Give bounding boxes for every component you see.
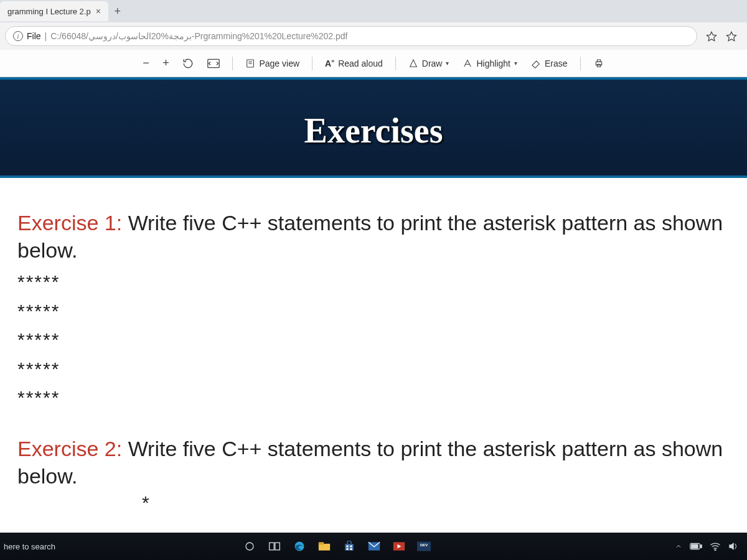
svg-rect-20 bbox=[350, 548, 352, 550]
volume-icon[interactable] bbox=[728, 542, 738, 551]
battery-icon[interactable] bbox=[690, 543, 702, 550]
separator bbox=[312, 57, 312, 70]
exercise-label: Exercise 1: bbox=[17, 211, 122, 235]
taskbar-apps: DEV bbox=[238, 536, 435, 556]
fit-page-button[interactable] bbox=[204, 56, 223, 71]
info-icon[interactable]: i bbox=[13, 31, 23, 41]
media-icon[interactable] bbox=[388, 536, 410, 556]
banner-title: Exercises bbox=[0, 111, 747, 151]
pattern-row: ***** bbox=[17, 355, 730, 384]
exercise-prompt: Write five C++ statements to print the a… bbox=[17, 211, 723, 262]
separator bbox=[232, 57, 233, 70]
system-tray bbox=[675, 542, 747, 551]
pattern-row: ***** bbox=[17, 383, 730, 413]
svg-rect-28 bbox=[691, 544, 698, 548]
svg-rect-18 bbox=[350, 546, 352, 548]
svg-rect-16 bbox=[345, 544, 354, 551]
task-view-icon[interactable] bbox=[263, 536, 286, 556]
dev-icon[interactable]: DEV bbox=[413, 536, 435, 556]
print-button[interactable] bbox=[590, 56, 608, 71]
svg-point-10 bbox=[246, 543, 253, 550]
draw-button[interactable]: Draw ▾ bbox=[405, 56, 453, 71]
svg-rect-15 bbox=[319, 542, 324, 544]
windows-taskbar: here to search DEV bbox=[0, 533, 747, 560]
svg-marker-30 bbox=[729, 543, 733, 550]
browser-tab[interactable]: gramming I Lecture 2.p × bbox=[0, 1, 108, 21]
file-explorer-icon[interactable] bbox=[313, 536, 336, 556]
document-viewport[interactable]: Exercises Exercise 1: Write five C++ sta… bbox=[0, 77, 747, 533]
pattern-row: * bbox=[142, 492, 730, 513]
page-view-label: Page view bbox=[259, 58, 299, 68]
svg-rect-19 bbox=[347, 548, 349, 550]
tab-title: gramming I Lecture 2.p bbox=[7, 7, 91, 16]
exercise-1: Exercise 1: Write five C++ statements to… bbox=[17, 209, 730, 413]
rotate-button[interactable] bbox=[179, 55, 197, 72]
svg-marker-0 bbox=[707, 32, 716, 40]
favorite-icon[interactable] bbox=[706, 30, 717, 42]
browser-actions bbox=[701, 30, 742, 42]
address-path: C:/66048/برمجة%20الحاسوب/دروسي-Prgrammin… bbox=[50, 31, 347, 41]
search-placeholder: here to search bbox=[4, 542, 55, 551]
separator bbox=[580, 57, 581, 70]
exercise-2: Exercise 2: Write five C++ statements to… bbox=[17, 435, 730, 513]
svg-rect-8 bbox=[597, 60, 600, 62]
banner: Exercises bbox=[0, 77, 747, 178]
draw-label: Draw bbox=[422, 58, 443, 68]
document-content: Exercise 1: Write five C++ statements to… bbox=[0, 178, 747, 533]
highlight-button[interactable]: Highlight ▾ bbox=[459, 56, 520, 71]
address-bar[interactable]: i File | C:/66048/برمجة%20الحاسوب/دروسي-… bbox=[5, 26, 697, 46]
address-scheme: File bbox=[27, 31, 41, 41]
read-aloud-label: Read aloud bbox=[338, 58, 383, 68]
svg-point-29 bbox=[715, 549, 716, 551]
highlight-label: Highlight bbox=[476, 58, 510, 68]
svg-rect-17 bbox=[347, 546, 349, 548]
mail-icon[interactable] bbox=[363, 536, 385, 556]
pattern-row: ***** bbox=[17, 268, 730, 297]
zoom-in-button[interactable]: + bbox=[159, 57, 172, 70]
chevron-down-icon: ▾ bbox=[446, 60, 449, 67]
new-tab-button[interactable]: + bbox=[108, 5, 127, 18]
exercise-label: Exercise 2: bbox=[17, 437, 122, 460]
taskbar-search[interactable]: here to search bbox=[0, 542, 64, 551]
tab-bar: gramming I Lecture 2.p × + bbox=[0, 0, 747, 22]
close-icon[interactable]: × bbox=[96, 6, 101, 16]
address-separator: | bbox=[45, 31, 47, 41]
page-view-button[interactable]: Page view bbox=[242, 56, 303, 71]
read-aloud-button[interactable]: A» Read aloud bbox=[321, 55, 387, 71]
erase-button[interactable]: Erase bbox=[527, 56, 571, 71]
pattern-row: ***** bbox=[17, 297, 730, 326]
pattern-row: ***** bbox=[17, 325, 730, 355]
erase-label: Erase bbox=[545, 58, 568, 68]
svg-rect-9 bbox=[597, 64, 600, 67]
separator bbox=[395, 57, 396, 70]
asterisk-pattern: ***** ***** ***** ***** ***** bbox=[17, 268, 730, 413]
tray-chevron-icon[interactable] bbox=[675, 543, 682, 550]
pdf-toolbar: − + Page view A» Read aloud Draw ▾ Highl… bbox=[0, 50, 747, 77]
svg-marker-1 bbox=[727, 32, 736, 40]
edge-icon[interactable] bbox=[288, 536, 311, 556]
address-bar-row: i File | C:/66048/برمجة%20الحاسوب/دروسي-… bbox=[0, 22, 747, 50]
svg-rect-11 bbox=[270, 543, 275, 550]
wifi-icon[interactable] bbox=[710, 542, 721, 551]
exercise-prompt: Write five C++ statements to print the a… bbox=[17, 437, 723, 488]
svg-rect-27 bbox=[700, 545, 702, 548]
browser-chrome: gramming I Lecture 2.p × + i File | C:/6… bbox=[0, 0, 747, 77]
cortana-icon[interactable] bbox=[238, 536, 261, 556]
svg-rect-2 bbox=[208, 59, 219, 67]
chevron-down-icon: ▾ bbox=[514, 60, 517, 67]
collections-icon[interactable] bbox=[726, 30, 737, 42]
zoom-out-button[interactable]: − bbox=[139, 57, 153, 70]
store-icon[interactable] bbox=[338, 536, 360, 556]
svg-rect-12 bbox=[275, 543, 280, 550]
svg-rect-7 bbox=[596, 62, 601, 65]
svg-text:DEV: DEV bbox=[420, 543, 428, 547]
